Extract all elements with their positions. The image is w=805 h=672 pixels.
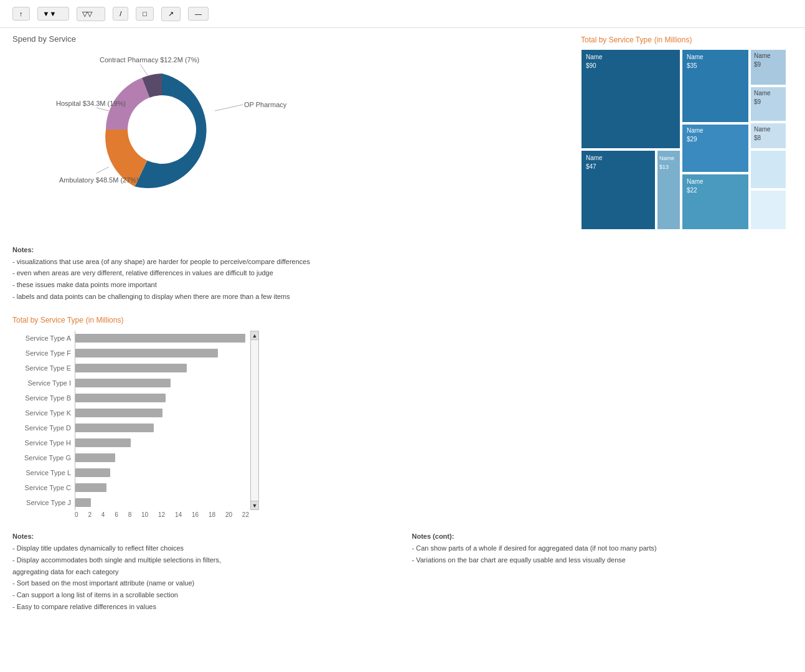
svg-text:Name: Name bbox=[586, 54, 603, 60]
donut-section: Spend by Service Contract Pharmacy $12.2… bbox=[12, 34, 568, 232]
bar-0 bbox=[75, 334, 245, 343]
svg-line-0 bbox=[140, 64, 148, 76]
scrollbar[interactable]: ▲ ▼ bbox=[250, 331, 259, 510]
notes-bottom-left: Notes: - Display title updates dynamical… bbox=[12, 531, 393, 612]
label-contract: Contract Pharmacy $12.2M (7%) bbox=[100, 56, 199, 64]
top-bar-btn-5[interactable]: — bbox=[188, 7, 209, 21]
notes-top-line4: - labels and data points can be challeng… bbox=[12, 291, 793, 303]
svg-text:$29: $29 bbox=[687, 136, 697, 143]
x-tick-2: 4 bbox=[101, 511, 105, 518]
svg-text:$9: $9 bbox=[754, 98, 761, 105]
bar-label-4: Service Type B bbox=[12, 390, 75, 405]
notes-br-1: - Variations on the bar chart are equall… bbox=[412, 554, 793, 566]
svg-text:$35: $35 bbox=[687, 62, 697, 69]
bar-label-1: Service Type F bbox=[12, 346, 75, 361]
svg-line-1 bbox=[97, 108, 109, 111]
notes-bl-0: - Display title updates dynamically to r… bbox=[12, 542, 393, 554]
treemap-svg: Name $90 Name $35 Name $9 Name $9 Name $… bbox=[581, 49, 786, 230]
label-op: OP Pharmacy $86.8M (48%) bbox=[244, 101, 286, 108]
svg-text:$47: $47 bbox=[586, 163, 596, 170]
main-top-section: Spend by Service Contract Pharmacy $12.2… bbox=[0, 28, 805, 238]
donut-title: Spend by Service bbox=[12, 34, 568, 44]
svg-line-2 bbox=[97, 167, 109, 173]
notes-top-line2: - even when areas are very different, re… bbox=[12, 267, 793, 279]
bar-labels: Service Type A Service Type F Service Ty… bbox=[12, 331, 75, 510]
svg-text:Name: Name bbox=[687, 127, 704, 134]
top-bar-btn-4[interactable]: ↗ bbox=[161, 7, 181, 21]
svg-text:$22: $22 bbox=[687, 187, 697, 194]
label-hospital: Hospital $34.3M (19%) bbox=[56, 100, 126, 107]
bar-label-7: Service Type H bbox=[12, 435, 75, 450]
svg-text:$8: $8 bbox=[754, 135, 761, 141]
x-axis: 0 2 4 6 8 10 12 14 16 18 20 22 bbox=[12, 511, 261, 518]
treemap-cell-10 bbox=[750, 150, 786, 189]
bar-label-10: Service Type C bbox=[12, 480, 75, 495]
x-tick-7: 14 bbox=[175, 511, 182, 518]
svg-text:$90: $90 bbox=[586, 62, 596, 69]
scroll-down-btn[interactable]: ▼ bbox=[251, 501, 258, 509]
bar-label-3: Service Type I bbox=[12, 376, 75, 390]
label-ambulatory: Ambulatory $48.5M (27%) bbox=[59, 176, 139, 184]
top-bar: ↑ ▼▼ ▽▽ / □ ↗ — bbox=[0, 0, 805, 28]
bar-3 bbox=[75, 379, 171, 387]
x-tick-6: 12 bbox=[158, 511, 165, 518]
bar-label-5: Service Type K bbox=[12, 405, 75, 420]
bottom-notes: Notes: - Display title updates dynamical… bbox=[0, 524, 805, 618]
bar-4 bbox=[75, 394, 166, 402]
donut-svg: Contract Pharmacy $12.2M (7%) Hospital $… bbox=[50, 49, 286, 211]
notes-bl-4: - Can support a long list of items in a … bbox=[12, 589, 393, 601]
treemap-section: Total by Service Type (in Millions) Name… bbox=[581, 34, 793, 232]
x-tick-0: 0 bbox=[75, 511, 78, 518]
scroll-up-btn[interactable]: ▲ bbox=[251, 331, 258, 340]
bar-label-6: Service Type D bbox=[12, 420, 75, 435]
treemap-cell-11 bbox=[750, 190, 786, 230]
top-bar-dropdown-2[interactable]: ▽▽ bbox=[77, 7, 105, 21]
top-bar-btn-3[interactable]: □ bbox=[136, 7, 154, 21]
bar-11 bbox=[75, 498, 91, 507]
bar-2 bbox=[75, 364, 187, 372]
x-tick-4: 8 bbox=[128, 511, 132, 518]
bar-5 bbox=[75, 409, 162, 417]
bar-1 bbox=[75, 349, 218, 357]
bottom-section: Total by Service Type (in Millions) Serv… bbox=[0, 308, 805, 518]
notes-top-line3: - these issues make data points more imp… bbox=[12, 279, 793, 291]
x-ticks: 0 2 4 6 8 10 12 14 16 18 20 22 bbox=[75, 511, 249, 518]
x-tick-10: 20 bbox=[225, 511, 232, 518]
bar-label-8: Service Type G bbox=[12, 450, 75, 465]
svg-text:Name: Name bbox=[754, 90, 771, 97]
svg-text:Name: Name bbox=[586, 154, 603, 161]
bar-10 bbox=[75, 483, 106, 492]
donut-inner bbox=[128, 95, 196, 164]
svg-text:$13: $13 bbox=[659, 164, 669, 170]
svg-text:Name: Name bbox=[754, 52, 771, 59]
donut-chart: Contract Pharmacy $12.2M (7%) Hospital $… bbox=[50, 49, 286, 211]
bar-7 bbox=[75, 438, 131, 447]
svg-text:$9: $9 bbox=[754, 61, 761, 68]
notes-bl-5: - Easy to compare relative differences i… bbox=[12, 601, 393, 613]
x-tick-3: 6 bbox=[115, 511, 118, 518]
bar-label-11: Service Type J bbox=[12, 495, 75, 510]
bar-6 bbox=[75, 424, 154, 432]
bar-graph bbox=[75, 331, 249, 510]
notes-bl-3: - Sort based on the most important attri… bbox=[12, 577, 393, 589]
svg-text:Name: Name bbox=[687, 54, 704, 60]
svg-line-3 bbox=[215, 105, 243, 111]
notes-bl-2: aggregating data for each category bbox=[12, 566, 393, 578]
notes-bl-1: - Display accommodates both single and m… bbox=[12, 554, 393, 566]
x-tick-11: 22 bbox=[242, 511, 249, 518]
treemap-cell-7 bbox=[581, 150, 656, 230]
bar-label-9: Service Type L bbox=[12, 465, 75, 480]
notes-br-0: - Can show parts of a whole if desired f… bbox=[412, 542, 793, 554]
bar-label-2: Service Type E bbox=[12, 361, 75, 376]
bar-9 bbox=[75, 468, 110, 477]
treemap-cell-8 bbox=[657, 150, 680, 230]
bar-chart-container: Service Type A Service Type F Service Ty… bbox=[12, 331, 793, 510]
notes-bottom-right: Notes (cont): - Can show parts of a whol… bbox=[412, 531, 793, 612]
top-bar-btn-2[interactable]: / bbox=[113, 7, 128, 21]
treemap-title: Total by Service Type (in Millions) bbox=[581, 34, 793, 44]
notes-top-line1: - visualizations that use area (of any s… bbox=[12, 256, 793, 268]
top-bar-btn-1[interactable]: ↑ bbox=[12, 7, 30, 21]
bar-chart-title: Total by Service Type (in Millions) bbox=[12, 315, 793, 324]
top-bar-dropdown-1[interactable]: ▼▼ bbox=[37, 7, 70, 21]
x-tick-8: 16 bbox=[192, 511, 199, 518]
